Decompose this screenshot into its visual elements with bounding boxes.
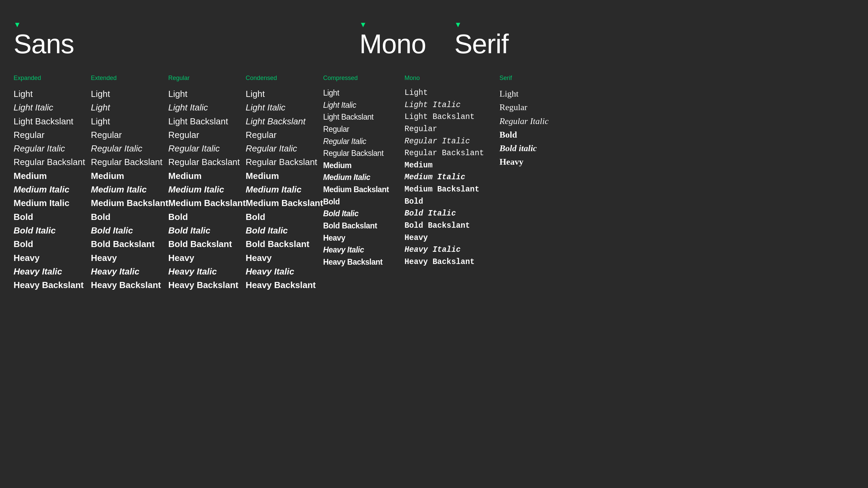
- entry-regular-regular-italic: Regular Italic: [168, 142, 245, 155]
- entry-expanded-heavy-italic: Heavy Italic: [14, 265, 91, 278]
- page-layout: ▼ Sans ▼ Mono ▼ Serif Expanded Light Lig…: [14, 20, 854, 292]
- entry-condensed-bold-italic: Bold Italic: [246, 224, 323, 237]
- entry-expanded-regular: Regular: [14, 128, 91, 142]
- entry-mono-heavy-back: Heavy Backslant: [405, 256, 499, 268]
- entry-serif-regular-italic: Regular Italic: [499, 115, 588, 128]
- entry-condensed-regular-italic: Regular Italic: [246, 142, 323, 155]
- entry-regular-light: Light: [168, 87, 245, 101]
- entry-compressed-medium-back: Medium Backslant: [323, 184, 391, 196]
- sans-section-header: ▼ Sans: [14, 20, 359, 58]
- columns-row: Expanded Light Light Italic Light Backsl…: [14, 75, 854, 292]
- entry-compressed-bold: Bold: [323, 196, 391, 208]
- entry-regular-regular: Regular: [168, 128, 245, 142]
- serif-triangle-icon: ▼: [454, 20, 549, 29]
- label-regular: Regular: [168, 75, 245, 82]
- entry-condensed-light-italic: Light Italic: [246, 101, 323, 114]
- entry-expanded-bold-italic: Bold Italic: [14, 224, 91, 237]
- entry-serif-bold: Bold: [499, 128, 588, 142]
- entry-regular-bold-back: Bold Backslant: [168, 237, 245, 251]
- entry-compressed-heavy-italic: Heavy Italic: [323, 244, 391, 256]
- column-extended: Extended Light Light Light Regular Regul…: [91, 75, 168, 292]
- label-mono: Mono: [405, 75, 499, 82]
- entry-regular-bold-italic: Bold Italic: [168, 224, 245, 237]
- entry-extended-regular-back: Regular Backslant: [91, 155, 168, 169]
- entry-compressed-regular-back: Regular Backslant: [323, 147, 391, 160]
- label-extended: Extended: [91, 75, 168, 82]
- mono-section-header: ▼ Mono: [359, 20, 454, 58]
- entry-expanded-light-back: Light Backslant: [14, 115, 91, 128]
- entry-mono-regular: Regular: [405, 123, 499, 136]
- label-compressed: Compressed: [323, 75, 391, 82]
- entry-condensed-bold-back: Bold Backslant: [246, 237, 323, 251]
- column-compressed: Compressed Light Light Italic Light Back…: [323, 75, 391, 292]
- header-row: ▼ Sans ▼ Mono ▼ Serif: [14, 20, 854, 58]
- entry-extended-regular-italic: Regular Italic: [91, 142, 168, 155]
- entry-expanded-heavy: Heavy: [14, 251, 91, 265]
- column-condensed: Condensed Light Light Italic Light Backs…: [246, 75, 323, 292]
- entry-mono-medium-back: Medium Backslant: [405, 184, 499, 196]
- serif-section-header: ▼ Serif: [454, 20, 549, 58]
- entry-mono-heavy-italic: Heavy Italic: [405, 244, 499, 256]
- entry-extended-light: Light: [91, 87, 168, 101]
- entry-extended-medium-back: Medium Backslant: [91, 196, 168, 210]
- entry-regular-light-italic: Light Italic: [168, 101, 245, 114]
- entry-condensed-regular: Regular: [246, 128, 323, 142]
- entry-mono-regular-back: Regular Backslant: [405, 147, 499, 160]
- column-expanded: Expanded Light Light Italic Light Backsl…: [14, 75, 91, 292]
- entry-regular-medium-italic: Medium Italic: [168, 183, 245, 196]
- entry-condensed-regular-back: Regular Backslant: [246, 155, 323, 169]
- entry-compressed-bold-back: Bold Backslant: [323, 220, 391, 232]
- entry-compressed-regular: Regular: [323, 123, 391, 136]
- sans-title: Sans: [14, 30, 359, 58]
- entry-regular-heavy-italic: Heavy Italic: [168, 265, 245, 278]
- entry-regular-regular-back: Regular Backslant: [168, 155, 245, 169]
- label-condensed: Condensed: [246, 75, 323, 82]
- entry-extended-medium: Medium: [91, 169, 168, 183]
- entry-mono-heavy: Heavy: [405, 232, 499, 244]
- entry-condensed-light: Light: [246, 87, 323, 101]
- entry-mono-medium-italic: Medium Italic: [405, 171, 499, 184]
- entry-expanded-light: Light: [14, 87, 91, 101]
- entry-regular-heavy: Heavy: [168, 251, 245, 265]
- entry-compressed-medium-italic: Medium Italic: [323, 171, 391, 184]
- entry-expanded-bold-back: Bold: [14, 237, 91, 251]
- entry-serif-light: Light: [499, 87, 588, 101]
- entry-condensed-heavy: Heavy: [246, 251, 323, 265]
- entry-regular-bold: Bold: [168, 210, 245, 224]
- entry-expanded-light-italic: Light Italic: [14, 101, 91, 114]
- entry-compressed-bold-italic: Bold Italic: [323, 208, 391, 220]
- entry-compressed-regular-italic: Regular Italic: [323, 136, 391, 148]
- serif-title: Serif: [454, 30, 549, 58]
- entry-mono-light: Light: [405, 87, 499, 99]
- entry-compressed-light-back: Light Backslant: [323, 111, 391, 123]
- column-mono: Mono Light Light Italic Light Backslant …: [405, 75, 499, 292]
- entry-mono-regular-italic: Regular Italic: [405, 136, 499, 148]
- entry-regular-heavy-back: Heavy Backslant: [168, 278, 245, 292]
- mono-title: Mono: [359, 30, 454, 58]
- entry-compressed-light-italic: Light Italic: [323, 99, 391, 111]
- entry-serif-bold-italic: Bold italic: [499, 142, 588, 155]
- entry-expanded-medium: Medium: [14, 169, 91, 183]
- entry-extended-bold: Bold: [91, 210, 168, 224]
- entry-compressed-heavy: Heavy: [323, 232, 391, 244]
- entry-condensed-light-back: Light Backslant: [246, 115, 323, 128]
- entry-extended-heavy-italic: Heavy Italic: [91, 265, 168, 278]
- entry-regular-medium: Medium: [168, 169, 245, 183]
- entry-mono-light-back: Light Backslant: [405, 111, 499, 123]
- label-serif: Serif: [499, 75, 588, 82]
- entry-extended-regular: Regular: [91, 128, 168, 142]
- entry-expanded-heavy-back: Heavy Backslant: [14, 278, 91, 292]
- entry-extended-light-italic: Light: [91, 101, 168, 114]
- entry-expanded-medium-back: Medium Italic: [14, 196, 91, 210]
- entry-condensed-medium-back: Medium Backslant: [246, 196, 323, 210]
- entry-condensed-heavy-back: Heavy Backslant: [246, 278, 323, 292]
- entry-extended-light-back: Light: [91, 115, 168, 128]
- entry-expanded-regular-back: Regular Backslant: [14, 155, 91, 169]
- entry-extended-heavy-back: Heavy Backslant: [91, 278, 168, 292]
- entry-mono-bold-italic: Bold Italic: [405, 208, 499, 220]
- entry-mono-bold-back: Bold Backslant: [405, 220, 499, 232]
- entry-regular-medium-back: Medium Backslant: [168, 196, 245, 210]
- entry-condensed-medium: Medium: [246, 169, 323, 183]
- entry-regular-light-back: Light Backslant: [168, 115, 245, 128]
- entry-extended-bold-italic: Bold Italic: [91, 224, 168, 237]
